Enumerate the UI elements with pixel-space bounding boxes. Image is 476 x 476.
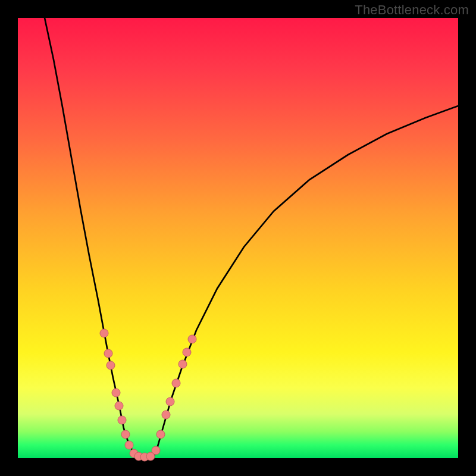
data-marker	[166, 397, 174, 406]
data-marker	[156, 430, 165, 439]
data-marker	[183, 348, 191, 356]
curve-layer	[18, 18, 458, 458]
data-marker	[162, 411, 170, 419]
left-curve-path	[45, 18, 137, 457]
marker-group	[100, 329, 196, 461]
data-marker	[118, 416, 126, 424]
data-marker	[125, 441, 133, 449]
data-marker	[121, 430, 130, 439]
data-marker	[152, 446, 160, 455]
data-marker	[188, 335, 196, 343]
chart-frame: TheBottleneck.com	[0, 0, 476, 476]
data-marker	[115, 402, 123, 410]
data-marker	[107, 361, 115, 369]
data-marker	[172, 379, 180, 387]
right-curve-path	[154, 106, 458, 457]
data-marker	[112, 389, 120, 397]
data-marker	[104, 349, 112, 358]
watermark-text: TheBottleneck.com	[355, 2, 469, 18]
data-marker	[100, 329, 108, 337]
data-marker	[178, 360, 187, 368]
plot-area	[18, 18, 458, 458]
